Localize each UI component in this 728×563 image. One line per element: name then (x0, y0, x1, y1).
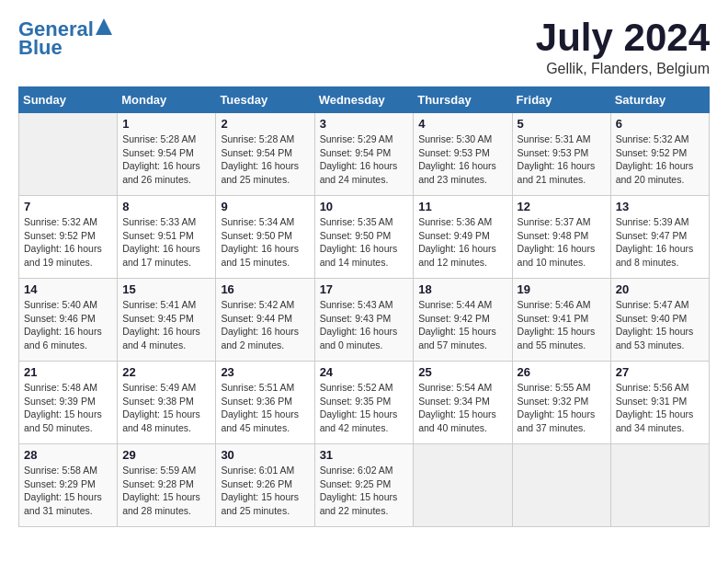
calendar-week-4: 21Sunrise: 5:48 AM Sunset: 9:39 PM Dayli… (19, 362, 710, 444)
day-info: Sunrise: 5:42 AM Sunset: 9:44 PM Dayligh… (221, 298, 309, 352)
day-info: Sunrise: 5:40 AM Sunset: 9:46 PM Dayligh… (24, 298, 112, 352)
calendar-cell: 29Sunrise: 5:59 AM Sunset: 9:28 PM Dayli… (118, 444, 216, 527)
calendar-cell: 16Sunrise: 5:42 AM Sunset: 9:44 PM Dayli… (216, 279, 314, 362)
day-info: Sunrise: 5:44 AM Sunset: 9:42 PM Dayligh… (418, 298, 506, 352)
day-number: 30 (221, 448, 309, 462)
day-number: 29 (122, 448, 210, 462)
calendar-cell (610, 444, 709, 527)
day-info: Sunrise: 5:28 AM Sunset: 9:54 PM Dayligh… (122, 132, 210, 187)
page-header: General Blue July 2024 Gellik, Flanders,… (18, 18, 710, 77)
calendar-cell: 28Sunrise: 5:58 AM Sunset: 9:29 PM Dayli… (19, 444, 118, 527)
day-number: 18 (418, 282, 506, 296)
calendar-cell: 12Sunrise: 5:37 AM Sunset: 9:48 PM Dayli… (512, 196, 610, 279)
day-info: Sunrise: 5:55 AM Sunset: 9:32 PM Dayligh… (518, 381, 606, 435)
calendar-cell: 27Sunrise: 5:56 AM Sunset: 9:31 PM Dayli… (610, 362, 709, 444)
day-number: 4 (418, 117, 506, 131)
calendar-cell: 2Sunrise: 5:28 AM Sunset: 9:54 PM Daylig… (216, 113, 314, 196)
logo-text-line2: Blue (18, 37, 63, 59)
day-info: Sunrise: 5:48 AM Sunset: 9:39 PM Dayligh… (24, 381, 112, 435)
title-area: July 2024 Gellik, Flanders, Belgium (536, 18, 710, 77)
day-number: 23 (221, 365, 309, 379)
calendar-cell: 10Sunrise: 5:35 AM Sunset: 9:50 PM Dayli… (314, 196, 414, 279)
day-number: 14 (24, 282, 112, 296)
day-number: 25 (418, 365, 506, 379)
day-info: Sunrise: 5:47 AM Sunset: 9:40 PM Dayligh… (616, 298, 704, 352)
calendar-cell: 25Sunrise: 5:54 AM Sunset: 9:34 PM Dayli… (414, 362, 512, 444)
day-number: 22 (122, 365, 210, 379)
calendar-week-5: 28Sunrise: 5:58 AM Sunset: 9:29 PM Dayli… (19, 444, 710, 527)
calendar-cell: 9Sunrise: 5:34 AM Sunset: 9:50 PM Daylig… (216, 196, 314, 279)
calendar-cell: 22Sunrise: 5:49 AM Sunset: 9:38 PM Dayli… (118, 362, 216, 444)
day-info: Sunrise: 5:32 AM Sunset: 9:52 PM Dayligh… (24, 215, 112, 270)
day-number: 2 (221, 117, 309, 131)
day-info: Sunrise: 5:37 AM Sunset: 9:48 PM Dayligh… (518, 215, 606, 270)
calendar-cell: 23Sunrise: 5:51 AM Sunset: 9:36 PM Dayli… (216, 362, 314, 444)
calendar-table: SundayMondayTuesdayWednesdayThursdayFrid… (18, 86, 710, 527)
day-info: Sunrise: 5:41 AM Sunset: 9:45 PM Dayligh… (122, 298, 210, 352)
day-info: Sunrise: 5:30 AM Sunset: 9:53 PM Dayligh… (418, 132, 506, 187)
calendar-cell: 20Sunrise: 5:47 AM Sunset: 9:40 PM Dayli… (610, 279, 709, 362)
calendar-cell: 18Sunrise: 5:44 AM Sunset: 9:42 PM Dayli… (414, 279, 512, 362)
day-info: Sunrise: 5:31 AM Sunset: 9:53 PM Dayligh… (518, 132, 606, 187)
calendar-cell: 8Sunrise: 5:33 AM Sunset: 9:51 PM Daylig… (118, 196, 216, 279)
day-number: 16 (221, 282, 309, 296)
day-info: Sunrise: 5:51 AM Sunset: 9:36 PM Dayligh… (221, 381, 309, 435)
calendar-cell: 19Sunrise: 5:46 AM Sunset: 9:41 PM Dayli… (512, 279, 610, 362)
day-number: 26 (518, 365, 606, 379)
day-info: Sunrise: 5:54 AM Sunset: 9:34 PM Dayligh… (418, 381, 506, 435)
calendar-cell: 24Sunrise: 5:52 AM Sunset: 9:35 PM Dayli… (314, 362, 414, 444)
day-number: 9 (221, 200, 309, 213)
logo-triangle-icon (96, 18, 112, 35)
location: Gellik, Flanders, Belgium (536, 61, 710, 77)
day-info: Sunrise: 5:43 AM Sunset: 9:43 PM Dayligh… (320, 298, 409, 352)
day-info: Sunrise: 5:56 AM Sunset: 9:31 PM Dayligh… (616, 381, 704, 435)
day-number: 19 (518, 282, 606, 296)
header-tuesday: Tuesday (216, 87, 314, 113)
day-info: Sunrise: 5:29 AM Sunset: 9:54 PM Dayligh… (320, 132, 409, 187)
day-number: 27 (616, 365, 704, 379)
day-info: Sunrise: 6:02 AM Sunset: 9:25 PM Dayligh… (320, 464, 409, 518)
day-info: Sunrise: 5:39 AM Sunset: 9:47 PM Dayligh… (616, 215, 704, 270)
day-info: Sunrise: 5:34 AM Sunset: 9:50 PM Dayligh… (221, 215, 309, 270)
header-monday: Monday (118, 87, 216, 113)
calendar-cell: 31Sunrise: 6:02 AM Sunset: 9:25 PM Dayli… (314, 444, 414, 527)
day-number: 12 (518, 200, 606, 213)
calendar-cell: 3Sunrise: 5:29 AM Sunset: 9:54 PM Daylig… (314, 113, 414, 196)
day-number: 3 (320, 117, 409, 131)
day-number: 11 (418, 200, 506, 213)
day-number: 21 (24, 365, 112, 379)
day-number: 8 (122, 200, 210, 213)
day-number: 1 (122, 117, 210, 131)
calendar-week-1: 1Sunrise: 5:28 AM Sunset: 9:54 PM Daylig… (19, 113, 710, 196)
calendar-cell: 30Sunrise: 6:01 AM Sunset: 9:26 PM Dayli… (216, 444, 314, 527)
header-thursday: Thursday (414, 87, 512, 113)
day-number: 10 (320, 200, 409, 213)
calendar-cell: 7Sunrise: 5:32 AM Sunset: 9:52 PM Daylig… (19, 196, 118, 279)
day-number: 6 (616, 117, 704, 131)
svg-marker-0 (96, 18, 112, 35)
day-info: Sunrise: 5:35 AM Sunset: 9:50 PM Dayligh… (320, 215, 409, 270)
calendar-cell: 4Sunrise: 5:30 AM Sunset: 9:53 PM Daylig… (414, 113, 512, 196)
calendar-week-2: 7Sunrise: 5:32 AM Sunset: 9:52 PM Daylig… (19, 196, 710, 279)
day-number: 20 (616, 282, 704, 296)
calendar-header-row: SundayMondayTuesdayWednesdayThursdayFrid… (19, 87, 710, 113)
calendar-cell: 11Sunrise: 5:36 AM Sunset: 9:49 PM Dayli… (414, 196, 512, 279)
day-number: 17 (320, 282, 409, 296)
day-info: Sunrise: 6:01 AM Sunset: 9:26 PM Dayligh… (221, 464, 309, 518)
day-info: Sunrise: 5:59 AM Sunset: 9:28 PM Dayligh… (122, 464, 210, 518)
header-sunday: Sunday (19, 87, 118, 113)
day-info: Sunrise: 5:33 AM Sunset: 9:51 PM Dayligh… (122, 215, 210, 270)
calendar-cell: 26Sunrise: 5:55 AM Sunset: 9:32 PM Dayli… (512, 362, 610, 444)
calendar-cell: 5Sunrise: 5:31 AM Sunset: 9:53 PM Daylig… (512, 113, 610, 196)
calendar-cell (19, 113, 118, 196)
day-number: 13 (616, 200, 704, 213)
day-number: 31 (320, 448, 409, 462)
day-info: Sunrise: 5:52 AM Sunset: 9:35 PM Dayligh… (320, 381, 409, 435)
calendar-week-3: 14Sunrise: 5:40 AM Sunset: 9:46 PM Dayli… (19, 279, 710, 362)
calendar-cell: 1Sunrise: 5:28 AM Sunset: 9:54 PM Daylig… (118, 113, 216, 196)
logo: General Blue (18, 18, 112, 59)
month-title: July 2024 (536, 18, 710, 57)
day-info: Sunrise: 5:46 AM Sunset: 9:41 PM Dayligh… (518, 298, 606, 352)
day-number: 28 (24, 448, 112, 462)
day-info: Sunrise: 5:28 AM Sunset: 9:54 PM Dayligh… (221, 132, 309, 187)
